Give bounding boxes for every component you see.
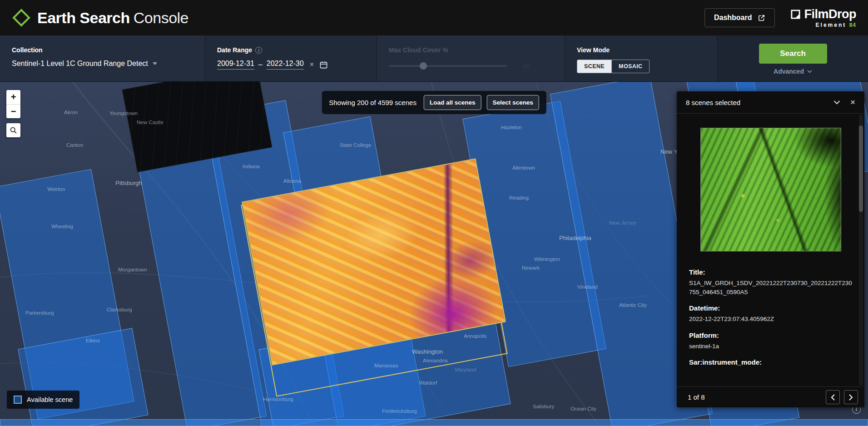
map-label-ocean-city: Ocean City [570, 406, 596, 411]
earth-search-diamond-icon [12, 8, 31, 27]
search-button[interactable]: Search [759, 44, 827, 64]
filmdrop-logo-icon [790, 9, 801, 20]
chevron-right-icon [849, 394, 853, 401]
map-label-weirton: Weirton [47, 186, 65, 192]
map-label-akron: Akron [64, 110, 78, 115]
zoom-in-button[interactable]: + [6, 90, 20, 104]
close-panel-button[interactable]: × [850, 97, 855, 107]
app-title-bold: Earth Search [37, 9, 130, 26]
map-label-morgantown: Morgantown [118, 267, 147, 272]
field-value: 2022-12-22T23:07:43.405962Z [689, 315, 852, 324]
date-end-input[interactable]: 2022-12-30 [267, 60, 304, 70]
advanced-label: Advanced [774, 68, 804, 75]
field-value: S1A_IW_GRDH_1SDV_20221222T230730_2022122… [689, 279, 852, 296]
app-title-light: Console [134, 9, 188, 26]
legend-label: Available scene [27, 396, 73, 403]
collection-value: Sentinel-1 Level 1C Ground Range Detect [12, 60, 148, 68]
date-separator: – [258, 60, 263, 69]
date-info-icon[interactable]: i [255, 47, 262, 54]
field-label: Datetime: [689, 304, 852, 312]
view-mode-label: View Mode [577, 46, 705, 54]
field-value: sentinel-1a [689, 342, 852, 351]
map-label-hazleton: Hazleton [501, 125, 521, 130]
brand-sub-text: Element [816, 22, 847, 28]
scene-metadata: Title:S1A_IW_GRDH_1SDV_20221222T230730_2… [677, 268, 864, 366]
view-mode-mosaic[interactable]: MOSAIC [611, 60, 649, 73]
panel-body: Title:S1A_IW_GRDH_1SDV_20221222T230730_2… [677, 114, 864, 386]
map-label-newark: Newark [522, 265, 540, 271]
clear-dates-icon[interactable]: × [310, 60, 314, 69]
app-title: Earth SearchConsole [37, 9, 188, 27]
scene-footprint-strip[interactable] [0, 419, 868, 426]
app-header: Earth SearchConsole Dashboard FilmDrop E… [0, 0, 868, 35]
cloud-cover-value: 50 [517, 60, 536, 72]
metadata-field: Datetime:2022-12-22T23:07:43.405962Z [689, 304, 852, 324]
view-mode-section: View Mode SCENE MOSAIC [565, 35, 717, 81]
next-scene-button[interactable] [844, 390, 858, 404]
dashboard-button[interactable]: Dashboard [704, 8, 775, 27]
map-label-philadelphia: Philadelphia [559, 235, 591, 241]
advanced-toggle[interactable]: Advanced [774, 68, 812, 75]
panel-header: 8 scenes selected × [677, 91, 864, 114]
available-scene-swatch [14, 396, 22, 404]
view-mode-toggle: SCENE MOSAIC [577, 60, 650, 73]
filmdrop-brand: FilmDrop Element 84 [790, 7, 857, 28]
brand-sub-number: 84 [849, 22, 856, 28]
zoom-out-button[interactable]: − [6, 104, 20, 118]
field-label: Sar:instrument_mode: [689, 358, 852, 366]
date-start-input[interactable]: 2009-12-31 [217, 60, 254, 70]
panel-scrollbar[interactable] [859, 115, 863, 386]
map-label-salisbury: Salisbury [533, 404, 554, 409]
date-range-section: Date Range i 2009-12-31 – 2022-12-30 × [205, 35, 377, 81]
metadata-field: Platform:sentinel-1a [689, 331, 852, 351]
map-label-atlantic-city: Atlantic City [619, 302, 647, 308]
scrollbar-thumb[interactable] [859, 125, 863, 212]
load-all-scenes-button[interactable]: Load all scenes [424, 95, 481, 110]
cloud-cover-section: Max Cloud Cover % 50 [377, 35, 565, 81]
cloud-cover-slider[interactable] [389, 65, 507, 67]
selected-scenes-panel: 8 scenes selected × Title:S1A_IW_GRDH_1S… [677, 91, 864, 407]
previous-scene-button[interactable] [826, 390, 840, 404]
panel-footer: 1 of 8 [677, 386, 864, 407]
map-label-new-castle: New Castle [137, 120, 164, 125]
cloud-cover-label: Max Cloud Cover % [389, 46, 553, 54]
brand-subtitle: Element 84 [816, 22, 856, 28]
map-label-pittsburgh: Pittsburgh [115, 180, 142, 186]
search-icon [10, 126, 17, 134]
map-label-vineland: Vineland [577, 284, 598, 290]
search-section: Search Advanced [717, 35, 868, 81]
map-search-button[interactable] [6, 123, 20, 137]
chevron-down-icon [807, 70, 812, 73]
chevron-down-icon [153, 62, 157, 65]
collection-select[interactable]: Sentinel-1 Level 1C Ground Range Detect [12, 60, 193, 68]
map-label-new-jersey: New Jersey [609, 220, 636, 226]
map-label-state-college: State College [340, 142, 371, 148]
scene-thumbnail [700, 128, 841, 251]
field-label: Platform: [689, 331, 852, 339]
scene-count-toolbar: Showing 200 of 4599 scenes Load all scen… [322, 91, 546, 114]
view-mode-scene[interactable]: SCENE [577, 60, 611, 73]
map-label-wilmington: Wilmington [534, 256, 560, 262]
map-label-elkins: Elkins [86, 338, 100, 343]
scene-count-text: Showing 200 of 4599 scenes [329, 99, 417, 106]
metadata-field: Sar:instrument_mode: [689, 358, 852, 366]
map-label-altoona: Altoona [283, 178, 301, 184]
collapse-panel-button[interactable] [833, 100, 840, 105]
filter-bar: Collection Sentinel-1 Level 1C Ground Ra… [0, 35, 868, 82]
app-logo[interactable]: Earth SearchConsole [12, 8, 188, 27]
external-link-icon [758, 14, 765, 22]
select-scenes-button[interactable]: Select scenes [486, 95, 539, 110]
map-label-parkersburg: Parkersburg [25, 310, 54, 316]
metadata-field: Title:S1A_IW_GRDH_1SDV_20221222T230730_2… [689, 268, 852, 296]
map-label-maryland: Maryland [455, 367, 476, 372]
chevron-left-icon [831, 394, 835, 401]
map-label-reading: Reading [509, 195, 529, 200]
slider-handle[interactable] [420, 62, 427, 70]
brand-name: FilmDrop [804, 7, 857, 21]
calendar-icon[interactable] [319, 60, 328, 69]
map-label-waldorf: Waldorf [419, 380, 437, 386]
map-label-canton: Canton [66, 142, 83, 148]
collection-label: Collection [12, 46, 193, 54]
date-range-label: Date Range [217, 46, 252, 54]
field-label: Title: [689, 268, 852, 276]
